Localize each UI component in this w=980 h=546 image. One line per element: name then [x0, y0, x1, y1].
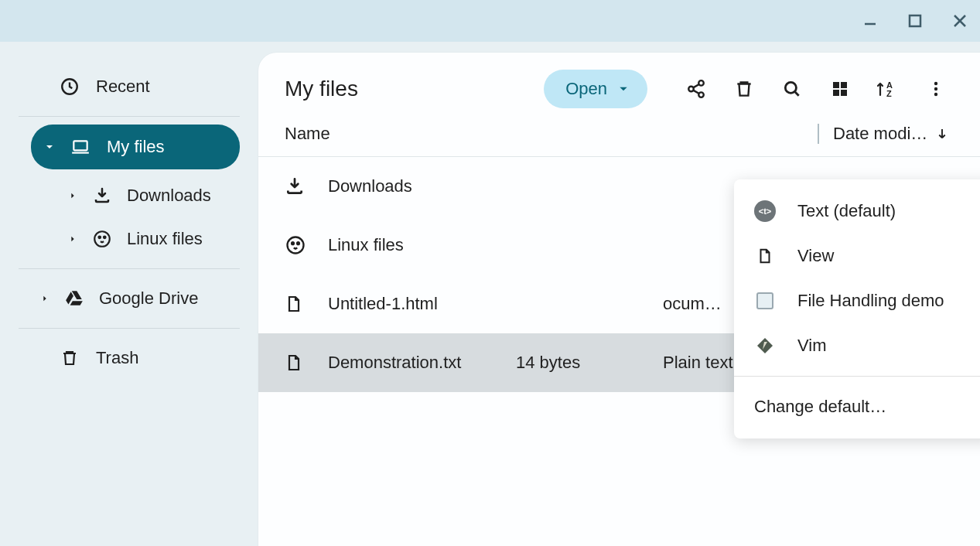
svg-point-10	[688, 87, 694, 92]
share-button[interactable]	[675, 70, 717, 107]
sidebar-item-label: Google Drive	[99, 288, 198, 309]
row-name: Downloads	[328, 176, 516, 196]
sort-button[interactable]: AZ	[867, 70, 909, 107]
grid-view-button[interactable]	[819, 70, 861, 107]
dropdown-item-label: File Handling demo	[797, 291, 944, 311]
sidebar-item-recent[interactable]: Recent	[22, 65, 258, 108]
column-date[interactable]: Date modi…	[818, 124, 957, 144]
svg-point-9	[698, 80, 704, 86]
laptop-icon	[70, 136, 91, 158]
column-name[interactable]: Name	[285, 124, 516, 144]
svg-rect-16	[841, 90, 847, 96]
sidebar-item-linux[interactable]: Linux files	[0, 217, 258, 261]
drive-icon	[63, 288, 85, 309]
sidebar-item-label: Downloads	[127, 186, 211, 206]
more-button[interactable]	[915, 70, 957, 107]
svg-point-22	[288, 237, 304, 254]
divider	[734, 376, 980, 377]
dropdown-item-file-handling-demo[interactable]: File Handling demo	[734, 278, 980, 323]
titlebar	[0, 0, 980, 42]
svg-point-19	[934, 82, 937, 85]
chevron-right-icon	[68, 192, 77, 200]
svg-point-12	[785, 82, 796, 93]
sidebar-item-trash[interactable]: Trash	[22, 336, 258, 380]
svg-point-23	[292, 242, 294, 244]
svg-point-7	[98, 237, 101, 239]
svg-point-20	[934, 87, 937, 90]
chevron-right-icon	[68, 235, 77, 243]
chevron-down-icon	[618, 84, 629, 94]
svg-point-8	[104, 237, 106, 239]
sidebar-item-myfiles[interactable]: My files	[31, 125, 240, 169]
sidebar-item-gdrive[interactable]: Google Drive	[0, 277, 258, 320]
dropdown-item-label: View	[797, 246, 834, 266]
sidebar-item-downloads[interactable]: Downloads	[0, 174, 258, 217]
svg-point-6	[94, 231, 110, 247]
row-name: Untitled-1.html	[328, 294, 516, 314]
svg-point-24	[297, 242, 299, 244]
file-icon	[754, 245, 776, 267]
main-panel: My files Open AZ	[258, 53, 980, 546]
row-icon	[285, 176, 328, 196]
row-size: 14 bytes	[516, 353, 663, 373]
dropdown-item-label: Change default…	[754, 397, 886, 417]
dropdown-item-label: Text (default)	[797, 201, 896, 221]
svg-text:Z: Z	[886, 89, 892, 98]
open-button-label: Open	[565, 79, 607, 99]
arrow-down-icon	[935, 127, 949, 141]
minimize-button[interactable]	[861, 12, 879, 30]
close-button[interactable]	[951, 12, 969, 30]
svg-rect-5	[73, 141, 87, 150]
main-header: My files Open AZ	[258, 53, 980, 124]
column-headers: Name Date modi…	[258, 124, 980, 157]
linux-icon	[91, 228, 113, 250]
chevron-down-icon	[45, 142, 54, 152]
dropdown-item-text-default[interactable]: <t> Text (default)	[734, 189, 980, 234]
open-button[interactable]: Open	[544, 70, 647, 108]
sidebar-item-label: Recent	[96, 77, 150, 97]
app-icon	[754, 290, 776, 312]
svg-point-11	[698, 92, 704, 97]
clock-icon	[59, 76, 80, 97]
dropdown-item-view[interactable]: View	[734, 234, 980, 278]
search-button[interactable]	[771, 70, 813, 107]
page-title: My files	[285, 77, 538, 101]
row-name: Demonstration.txt	[328, 353, 516, 373]
delete-button[interactable]	[723, 70, 765, 107]
divider	[19, 116, 240, 117]
row-icon	[285, 234, 328, 256]
download-icon	[91, 185, 113, 206]
divider	[19, 268, 240, 269]
dropdown-item-label: Vim	[797, 336, 827, 356]
row-icon	[285, 295, 328, 313]
sidebar-item-label: Linux files	[127, 229, 203, 249]
chevron-right-icon	[40, 295, 50, 302]
svg-rect-13	[833, 82, 839, 88]
row-icon	[285, 353, 328, 372]
trash-icon	[59, 347, 80, 369]
svg-point-21	[934, 93, 937, 96]
vim-icon	[754, 335, 776, 357]
svg-rect-15	[833, 90, 839, 96]
open-dropdown: <t> Text (default) View File Handling de…	[734, 179, 980, 439]
row-name: Linux files	[328, 235, 516, 255]
divider	[19, 328, 240, 329]
sidebar-item-label: Trash	[96, 348, 138, 368]
dropdown-item-change-default[interactable]: Change default…	[734, 384, 980, 429]
sidebar-item-label: My files	[107, 137, 165, 157]
maximize-button[interactable]	[906, 12, 924, 30]
text-app-icon: <t>	[754, 200, 776, 222]
svg-rect-14	[841, 82, 847, 88]
dropdown-item-vim[interactable]: Vim	[734, 323, 980, 368]
svg-rect-1	[910, 15, 920, 26]
sidebar: Recent My files Downloads	[0, 42, 258, 546]
